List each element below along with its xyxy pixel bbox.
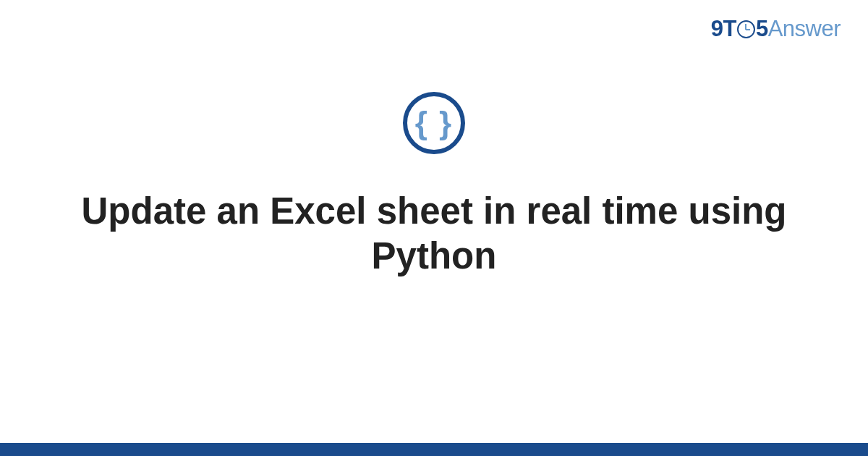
logo-letter-t: T [723, 16, 736, 42]
clock-icon [737, 20, 755, 38]
code-braces-glyph: { } [415, 107, 453, 139]
logo-digit-5: 5 [756, 16, 768, 42]
logo-digit-9: 9 [711, 16, 723, 42]
footer-accent-bar [0, 443, 868, 456]
main-content: { } Update an Excel sheet in real time u… [0, 92, 868, 279]
code-braces-icon: { } [403, 92, 465, 154]
logo-word-answer: Answer [768, 16, 841, 42]
site-logo[interactable]: 9 T 5 Answer [711, 16, 841, 42]
question-title: Update an Excel sheet in real time using… [43, 189, 825, 279]
